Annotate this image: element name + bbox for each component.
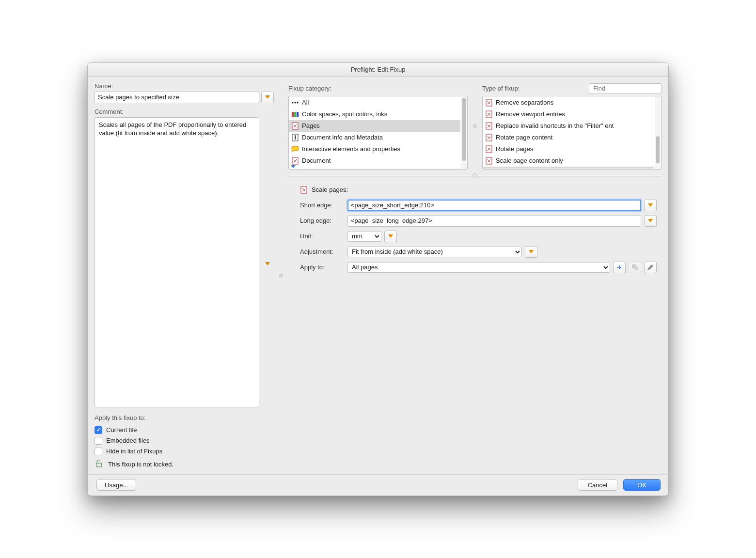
category-item[interactable]: Interactive elements and properties xyxy=(289,143,460,155)
category-item[interactable]: Pages xyxy=(289,120,460,132)
comment-label: Comment: xyxy=(94,108,274,115)
splitter-grip-icon xyxy=(472,173,477,178)
comment-textarea[interactable]: Scales all pages of the PDF proportional… xyxy=(94,117,259,407)
expand-chevron-icon[interactable] xyxy=(291,165,296,168)
fixup-listbox[interactable]: Remove separationsRemove viewport entrie… xyxy=(482,96,662,170)
scrollbar[interactable] xyxy=(461,97,467,169)
category-item-label: Pages xyxy=(302,122,320,129)
pdf-icon xyxy=(485,122,493,130)
checkbox-hide-in-list-label: Hide in list of Fixups xyxy=(106,448,162,455)
chevron-down-icon xyxy=(265,95,270,99)
pdf-icon xyxy=(485,157,493,165)
fixup-form: Scale pages: Short edge: <page_size_shor… xyxy=(288,184,662,277)
usage-button[interactable]: Usage... xyxy=(96,479,136,491)
svg-rect-21 xyxy=(634,266,638,270)
lock-status-text: This fixup is not locked. xyxy=(108,461,173,468)
category-item[interactable]: Color spaces, spot colors, inks xyxy=(289,108,460,120)
splitter-grip-icon xyxy=(279,274,283,278)
long-edge-label: Long edge: xyxy=(300,217,345,224)
pencil-icon xyxy=(646,264,654,271)
pdf-icon xyxy=(485,134,493,141)
adjustment-label: Adjustment: xyxy=(300,248,345,255)
long-edge-input[interactable]: <page_size_long_edge:297> xyxy=(347,215,641,227)
fixup-item[interactable]: Remove viewport entries xyxy=(483,108,654,120)
ok-button[interactable]: OK xyxy=(623,479,661,491)
pdf-icon xyxy=(485,99,493,107)
layers-button xyxy=(629,262,641,273)
vertical-splitter[interactable] xyxy=(278,82,284,469)
category-header: Fixup category: xyxy=(288,85,331,92)
category-listbox[interactable]: AllColor spaces, spot colors, inksPagesi… xyxy=(288,96,468,170)
fixup-header: Type of fixup: xyxy=(482,85,520,92)
adjustment-select[interactable]: Fit from inside (add white space) xyxy=(347,247,522,257)
apply-label: Apply this fixup to: xyxy=(94,414,274,421)
dialog-window: Preflight: Edit Fixup Name: Comment: Sca… xyxy=(87,62,669,496)
apply-to-select[interactable]: All pages xyxy=(347,262,610,273)
pdf-icon xyxy=(291,122,299,130)
svg-point-1 xyxy=(295,102,296,103)
left-panel: Name: Comment: Scales all pages of the P… xyxy=(94,82,274,469)
fixup-item[interactable]: Replace invalid shortcuts in the "Filter… xyxy=(483,120,654,132)
chevron-down-icon xyxy=(265,262,270,265)
category-item[interactable]: Document xyxy=(289,155,460,167)
category-item[interactable]: All xyxy=(289,97,460,108)
apply-to-label: Apply to: xyxy=(300,264,345,271)
right-panel: Fixup category: AllColor spaces, spot co… xyxy=(288,82,662,469)
name-label: Name: xyxy=(94,82,274,90)
dialog-footer: Usage... Cancel OK xyxy=(88,474,668,496)
info-icon: i xyxy=(291,134,299,141)
category-item[interactable]: iDocument info and Metadata xyxy=(289,132,460,143)
svg-text:i: i xyxy=(294,134,296,141)
list-splitter[interactable] xyxy=(472,82,478,170)
checkbox-current-file[interactable] xyxy=(94,426,102,434)
name-input[interactable] xyxy=(94,92,259,103)
fixup-item-label: Scale page content only xyxy=(496,157,563,164)
unit-label: Unit: xyxy=(300,232,345,240)
apply-section: Apply this fixup to: Current file Embedd… xyxy=(94,414,274,469)
checkbox-current-file-label: Current file xyxy=(106,426,137,434)
chevron-down-icon xyxy=(648,219,653,222)
short-edge-input[interactable]: <page_size_short_edge:210> xyxy=(347,200,641,211)
category-item-label: Document xyxy=(302,157,331,164)
fixup-item[interactable]: Remove separations xyxy=(483,97,654,108)
name-dropdown-button[interactable] xyxy=(261,92,274,103)
fixup-item[interactable]: Rotate pages xyxy=(483,143,654,155)
fixup-item[interactable]: Rotate page content xyxy=(483,132,654,143)
fixup-item-label: Rotate page content xyxy=(496,134,552,141)
short-edge-dropdown[interactable] xyxy=(644,200,657,211)
edit-button[interactable] xyxy=(644,262,657,273)
chevron-down-icon xyxy=(529,250,534,253)
checkbox-embedded-files[interactable] xyxy=(94,437,102,445)
splitter-grip-icon xyxy=(473,124,477,128)
plus-icon: + xyxy=(617,263,621,272)
cancel-button[interactable]: Cancel xyxy=(578,479,617,491)
chevron-down-icon xyxy=(388,234,393,238)
category-item[interactable]: Page contents xyxy=(289,167,460,169)
horizontal-splitter[interactable] xyxy=(288,172,662,179)
checkbox-hide-in-list[interactable] xyxy=(94,448,102,455)
adjustment-dropdown[interactable] xyxy=(525,246,537,258)
scrollbar[interactable] xyxy=(655,97,661,169)
form-title: Scale pages: xyxy=(312,186,348,193)
category-item-label: Document info and Metadata xyxy=(302,134,383,141)
pdf-icon xyxy=(300,186,308,194)
fixup-item-label: Replace invalid shortcuts in the "Filter… xyxy=(496,122,614,129)
find-input[interactable] xyxy=(589,83,662,94)
fixup-item-label: Rotate pages xyxy=(496,145,533,153)
long-edge-dropdown[interactable] xyxy=(644,215,657,227)
svg-rect-3 xyxy=(292,112,294,117)
unit-dropdown[interactable] xyxy=(384,231,397,242)
fixup-item-label: Remove separations xyxy=(496,99,553,106)
checkbox-embedded-files-label: Embedded files xyxy=(106,437,150,444)
add-button[interactable]: + xyxy=(613,262,626,273)
pdf-icon xyxy=(485,145,493,153)
fixup-item[interactable]: Scale page content only xyxy=(483,155,654,167)
category-item-label: All xyxy=(302,99,309,106)
unit-select[interactable]: mm xyxy=(347,231,381,242)
fixup-item[interactable]: Scale pages xyxy=(483,167,654,169)
window-title: Preflight: Edit Fixup xyxy=(88,63,668,77)
pdf-icon xyxy=(485,110,493,118)
short-edge-label: Short edge: xyxy=(300,202,345,209)
svg-rect-9 xyxy=(292,146,299,151)
fixup-item-label: Remove viewport entries xyxy=(496,110,565,118)
